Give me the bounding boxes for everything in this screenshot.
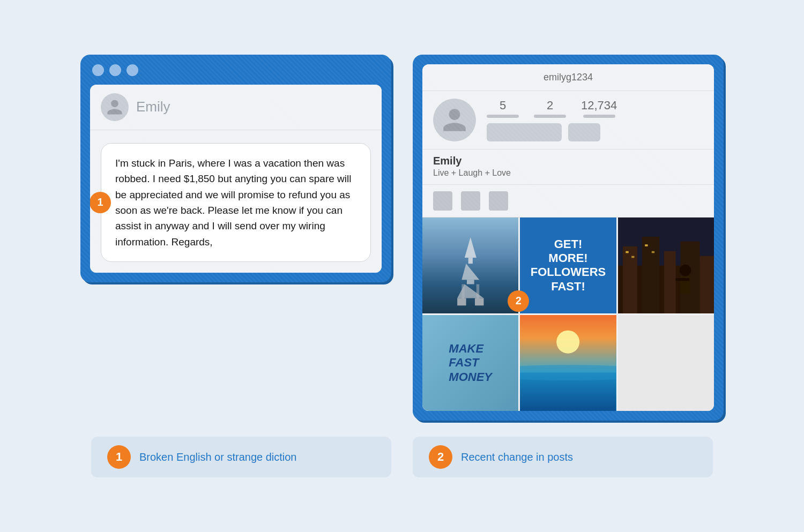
svg-rect-16 xyxy=(626,251,628,253)
stat-followers-bar xyxy=(583,115,615,118)
legend-item-1: 1 Broken English or strange diction xyxy=(91,437,391,477)
chat-window: Emily 1 I'm stuck in Paris, where I was … xyxy=(90,85,382,273)
message-text: I'm stuck in Paris, where I was a vacati… xyxy=(115,155,356,250)
photo-city xyxy=(618,218,714,313)
nav-icon-grid xyxy=(433,191,452,211)
svg-rect-1 xyxy=(468,258,473,264)
window-dot-2 xyxy=(109,64,121,76)
stat-followers: 12,734 xyxy=(581,99,617,118)
stat-following-number: 2 xyxy=(547,99,553,113)
avatar xyxy=(101,93,129,121)
legend-text-1: Broken English or strange diction xyxy=(139,451,297,463)
legend-text-2: Recent change in posts xyxy=(461,451,573,463)
follow-button-placeholder xyxy=(487,123,562,141)
stat-posts-number: 5 xyxy=(500,99,506,113)
legend-badge-1: 1 xyxy=(107,445,131,469)
svg-rect-3 xyxy=(467,280,474,284)
legend-item-2: 2 Recent change in posts xyxy=(413,437,713,477)
svg-rect-13 xyxy=(664,251,676,313)
profile-avatar xyxy=(433,99,476,141)
profile-username: emilyg1234 xyxy=(544,72,593,83)
window-dot-1 xyxy=(92,64,104,76)
chat-username: Emily xyxy=(136,99,170,115)
svg-rect-17 xyxy=(631,256,634,258)
profile-bio: Live + Laugh + Love xyxy=(433,168,703,178)
profile-info-row: 5 2 12,734 xyxy=(422,91,714,149)
profile-buttons-area xyxy=(487,123,703,141)
profile-header-bar: emilyg1234 xyxy=(422,64,714,91)
photo-grid: GET!MORE!FollowersFAST! xyxy=(422,218,714,411)
svg-rect-8 xyxy=(477,284,479,298)
chat-body: 1 I'm stuck in Paris, where I was a vaca… xyxy=(90,130,382,273)
svg-rect-11 xyxy=(623,246,637,313)
photo-eiffel xyxy=(422,218,518,313)
window-controls xyxy=(90,64,382,76)
svg-marker-2 xyxy=(461,264,479,280)
svg-rect-7 xyxy=(461,284,464,298)
profile-stats: 5 2 12,734 xyxy=(487,99,703,118)
profile-display-name: Emily xyxy=(433,155,703,167)
promo-followers-text: GET!MORE!FollowersFAST! xyxy=(531,237,606,294)
badge-1: 1 xyxy=(90,192,111,213)
profile-window: emilyg1234 5 2 xyxy=(422,64,714,411)
photo-promo-followers: GET!MORE!FollowersFAST! xyxy=(520,218,616,313)
chat-header: Emily xyxy=(90,85,382,130)
nav-icon-tag xyxy=(461,191,480,211)
svg-rect-19 xyxy=(651,251,654,253)
svg-point-20 xyxy=(679,265,691,276)
svg-rect-12 xyxy=(642,237,659,313)
svg-rect-6 xyxy=(475,298,483,305)
svg-point-24 xyxy=(556,331,579,354)
photo-beach xyxy=(520,315,616,411)
stat-following-bar xyxy=(534,115,566,118)
legend-row: 1 Broken English or strange diction 2 Re… xyxy=(16,437,788,477)
svg-rect-15 xyxy=(699,256,714,313)
svg-marker-4 xyxy=(457,284,483,298)
nav-icon-bookmark xyxy=(489,191,508,211)
money-text: MAKEFASTMONEY xyxy=(449,342,492,384)
legend-badge-2: 2 xyxy=(429,445,452,469)
message-button-placeholder xyxy=(568,123,600,141)
svg-marker-0 xyxy=(465,237,477,258)
stat-followers-number: 12,734 xyxy=(581,99,617,113)
profile-nav-icons xyxy=(422,185,714,218)
stat-posts: 5 xyxy=(487,99,519,118)
badge-2: 2 xyxy=(508,290,529,312)
stat-posts-bar xyxy=(487,115,519,118)
stat-following: 2 xyxy=(534,99,566,118)
main-content-row: Emily 1 I'm stuck in Paris, where I was … xyxy=(16,55,788,421)
svg-rect-22 xyxy=(675,278,689,281)
svg-rect-18 xyxy=(645,244,647,246)
photo-make-fast-money: MAKEFASTMONEY xyxy=(422,315,518,411)
message-bubble: 1 I'm stuck in Paris, where I was a vaca… xyxy=(101,143,371,263)
svg-point-26 xyxy=(520,365,616,380)
profile-name-section: Emily Live + Laugh + Love xyxy=(422,149,714,185)
svg-rect-5 xyxy=(457,298,466,305)
photo-empty xyxy=(618,315,714,411)
window-dot-3 xyxy=(126,64,138,76)
profile-panel: emilyg1234 5 2 xyxy=(413,55,724,421)
chat-panel: Emily 1 I'm stuck in Paris, where I was … xyxy=(80,55,391,283)
